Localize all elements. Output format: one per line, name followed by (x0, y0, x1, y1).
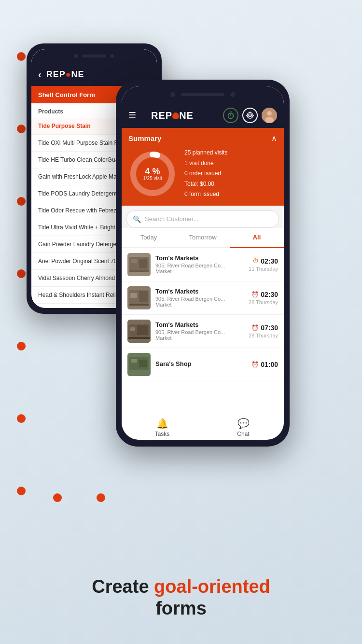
visit-list: Tom's Markets 905, River Road Bergen Co.… (122, 248, 284, 415)
clock-icon-4: ⏰ (251, 361, 259, 368)
visit-type-2: Market (155, 302, 244, 308)
decoration-dot-8 (53, 493, 62, 502)
svg-rect-15 (131, 259, 137, 263)
tagline-create: Create (92, 576, 154, 597)
nav-tasks[interactable]: 🔔 Tasks (122, 418, 203, 437)
svg-rect-27 (128, 337, 150, 339)
visit-item-2[interactable]: Tom's Markets 905, River Road Bergen Co.… (122, 281, 284, 315)
svg-rect-20 (130, 293, 137, 298)
decoration-dot-2 (17, 125, 26, 133)
donut-text: 4 % 1/25 visit (143, 167, 162, 181)
tagline-line-2: forms (0, 598, 362, 620)
visit-date-2: 28 Thursday (249, 299, 278, 305)
back-notch-dot-1 (74, 54, 78, 58)
svg-rect-22 (129, 304, 149, 306)
svg-rect-30 (131, 359, 137, 363)
svg-point-3 (250, 115, 251, 116)
summary-chevron-icon[interactable]: ∧ (271, 134, 277, 143)
front-phone-notch (122, 86, 284, 103)
donut-percent: 4 % (143, 167, 162, 175)
summary-content: 4 % 1/25 visit 25 planned visits 1 visit… (128, 148, 277, 200)
summary-title: Summary (128, 134, 161, 142)
stat-order: 0 order issued (184, 168, 227, 179)
visit-time-1: ⏱ 02:30 11 Thursday (249, 257, 278, 272)
bottom-nav: 🔔 Tasks 💬 Chat (122, 415, 284, 440)
tagline-line-1: Create goal-oriented (0, 576, 362, 598)
visit-item-4[interactable]: Sara's Shop ⏰ 01:00 (122, 348, 284, 381)
decoration-dot-3 (17, 197, 26, 206)
visit-name-2: Tom's Markets (155, 288, 244, 295)
decoration-dot-4 (17, 269, 26, 278)
timer-icon[interactable] (223, 108, 238, 123)
header-icons-group (223, 108, 277, 123)
front-logo: REPNE (140, 110, 205, 121)
back-notch-dot-2 (110, 54, 114, 58)
tagline-highlight: goal-oriented (154, 576, 270, 597)
visit-time-4: ⏰ 01:00 (251, 361, 278, 368)
svg-rect-16 (139, 259, 147, 268)
decoration-dot-1 (17, 52, 26, 61)
svg-point-9 (267, 111, 272, 116)
back-button[interactable]: ‹ (38, 69, 42, 80)
stat-total: Total: $0.00 (184, 179, 227, 190)
visit-time-3: ⏰ 07:30 28 Thursday (249, 324, 278, 338)
clock-orange-icon-1: ⏱ (253, 258, 259, 265)
stat-done: 1 visit done (184, 158, 227, 169)
svg-rect-26 (137, 325, 148, 335)
visit-time-value-1: 02:30 (261, 257, 278, 265)
decoration-dot-6 (17, 414, 26, 423)
user-avatar[interactable] (262, 108, 277, 123)
summary-header: Summary ∧ (128, 134, 277, 143)
tab-today[interactable]: Today (122, 228, 176, 247)
visit-name-1: Tom's Markets (155, 254, 244, 262)
visit-info-2: Tom's Markets 905, River Road Bergen Co.… (155, 288, 244, 308)
visit-time-2: ⏰ 02:30 28 Thursday (249, 291, 278, 305)
visit-thumb-3 (127, 320, 151, 343)
donut-visit-label: 1/25 visit (143, 175, 162, 181)
svg-rect-31 (139, 360, 147, 367)
decoration-dot-5 (17, 342, 26, 350)
visit-info-4: Sara's Shop (155, 360, 247, 368)
visit-address-2: 905, River Road Bergen Co... (155, 296, 244, 302)
search-bar[interactable]: 🔍 Search Customer... (126, 210, 279, 228)
visit-time-value-2: 02:30 (261, 291, 278, 298)
back-phone-notch (31, 49, 157, 63)
logo-pin-icon (172, 112, 179, 119)
visit-thumb-4 (127, 353, 151, 376)
visit-item-1[interactable]: Tom's Markets 905, River Road Bergen Co.… (122, 248, 284, 281)
visit-thumb-2 (127, 286, 151, 309)
svg-rect-25 (130, 327, 135, 331)
visit-item-3[interactable]: Tom's Markets 905, River Road Bergen Co.… (122, 315, 284, 348)
tab-tomorrow[interactable]: Tomorrow (176, 228, 230, 247)
clock-icon-2: ⏰ (251, 291, 259, 298)
search-placeholder: Search Customer... (145, 215, 198, 223)
svg-rect-17 (129, 270, 149, 272)
decoration-dot-9 (97, 493, 105, 502)
nav-chat[interactable]: 💬 Chat (203, 418, 284, 437)
stat-planned: 25 planned visits (184, 148, 227, 158)
visit-info-1: Tom's Markets 905, River Road Bergen Co.… (155, 254, 244, 274)
summary-stats: 25 planned visits 1 visit done 0 order i… (184, 148, 227, 200)
tab-all[interactable]: All (230, 228, 284, 247)
clock-icon-3: ⏰ (251, 324, 259, 331)
front-notch-cam-left (170, 92, 175, 97)
front-app-header: ☰ REPNE (122, 103, 284, 128)
tagline-section: Create goal-oriented forms (0, 576, 362, 620)
visit-time-value-3: 07:30 (261, 324, 278, 332)
summary-section: Summary ∧ 4 % 1/25 visit 25 p (122, 128, 284, 206)
front-phone-screen: ☰ REPNE (122, 86, 284, 440)
stat-form: 0 form issued (184, 189, 227, 200)
visit-thumb-1 (127, 253, 151, 276)
tasks-bell-icon: 🔔 (156, 418, 168, 429)
visit-type-1: Market (155, 268, 244, 274)
hamburger-menu-button[interactable]: ☰ (128, 110, 136, 121)
donut-chart: 4 % 1/25 visit (128, 150, 177, 198)
front-phone: ☰ REPNE (116, 80, 290, 447)
visit-info-3: Tom's Markets 905, River Road Bergen Co.… (155, 321, 244, 341)
decoration-dot-7 (17, 487, 26, 495)
visit-name-3: Tom's Markets (155, 321, 244, 328)
target-icon[interactable] (242, 108, 258, 123)
visit-address-3: 905, River Road Bergen Co... (155, 329, 244, 335)
back-form-title-text: Shelf Control Form (38, 91, 95, 98)
back-logo: REP●NE (46, 70, 84, 80)
